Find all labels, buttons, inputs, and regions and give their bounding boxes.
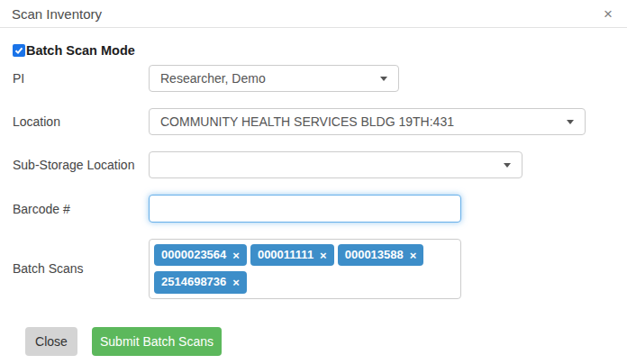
dialog-body: Batch Scan Mode PI Researcher, Demo Loca… <box>0 28 627 356</box>
scan-inventory-dialog: Scan Inventory × Batch Scan Mode PI Rese… <box>0 0 627 364</box>
remove-tag-icon[interactable]: × <box>410 250 417 261</box>
remove-tag-icon[interactable]: × <box>320 250 327 261</box>
tag-value: 0000023564 <box>161 248 226 262</box>
remove-tag-icon[interactable]: × <box>232 250 240 261</box>
location-select[interactable]: COMMUNITY HEALTH SERVICES BLDG 19TH:431 <box>149 108 586 135</box>
submit-batch-scans-button[interactable]: Submit Batch Scans <box>92 327 222 356</box>
pi-row: PI Researcher, Demo <box>13 65 614 92</box>
close-icon[interactable]: × <box>604 6 613 22</box>
batch-scans-label: Batch Scans <box>13 261 149 276</box>
checkmark-icon <box>14 46 23 55</box>
batch-scans-row: Batch Scans 0000023564 × 000011111 × 000… <box>13 239 614 299</box>
location-select-value: COMMUNITY HEALTH SERVICES BLDG 19TH:431 <box>160 114 454 129</box>
page-title: Scan Inventory <box>12 6 102 22</box>
dialog-header: Scan Inventory × <box>0 0 627 28</box>
chevron-down-icon <box>380 77 387 81</box>
batch-scan-tag: 000011111 × <box>250 244 334 266</box>
location-row: Location COMMUNITY HEALTH SERVICES BLDG … <box>13 108 614 135</box>
barcode-label: Barcode # <box>13 202 149 216</box>
sub-storage-row: Sub-Storage Location <box>13 151 614 178</box>
pi-select[interactable]: Researcher, Demo <box>149 65 399 92</box>
pi-label: PI <box>13 71 149 86</box>
tag-value: 000013588 <box>345 248 404 262</box>
batch-scan-tag: 000013588 × <box>338 244 424 266</box>
batch-scans-tags-box[interactable]: 0000023564 × 000011111 × 000013588 × 251… <box>149 239 461 299</box>
batch-scan-mode-checkbox[interactable] <box>13 44 25 57</box>
tag-value: 000011111 <box>258 248 314 262</box>
sub-storage-select[interactable] <box>149 151 522 178</box>
close-button[interactable]: Close <box>25 327 77 356</box>
barcode-row: Barcode # <box>13 195 614 223</box>
tag-value: 2514698736 <box>161 275 226 289</box>
pi-select-value: Researcher, Demo <box>160 71 266 86</box>
batch-scan-tag: 0000023564 × <box>154 244 247 266</box>
barcode-input[interactable] <box>149 195 461 223</box>
remove-tag-icon[interactable]: × <box>232 277 240 288</box>
chevron-down-icon <box>504 163 511 168</box>
chevron-down-icon <box>567 120 574 124</box>
batch-scan-tag: 2514698736 × <box>154 271 247 293</box>
sub-storage-label: Sub-Storage Location <box>13 158 149 172</box>
batch-scan-mode-label[interactable]: Batch Scan Mode <box>26 43 135 58</box>
dialog-footer: Close Submit Batch Scans <box>13 327 614 356</box>
location-label: Location <box>13 114 149 129</box>
batch-scan-mode-row[interactable]: Batch Scan Mode <box>13 42 614 59</box>
